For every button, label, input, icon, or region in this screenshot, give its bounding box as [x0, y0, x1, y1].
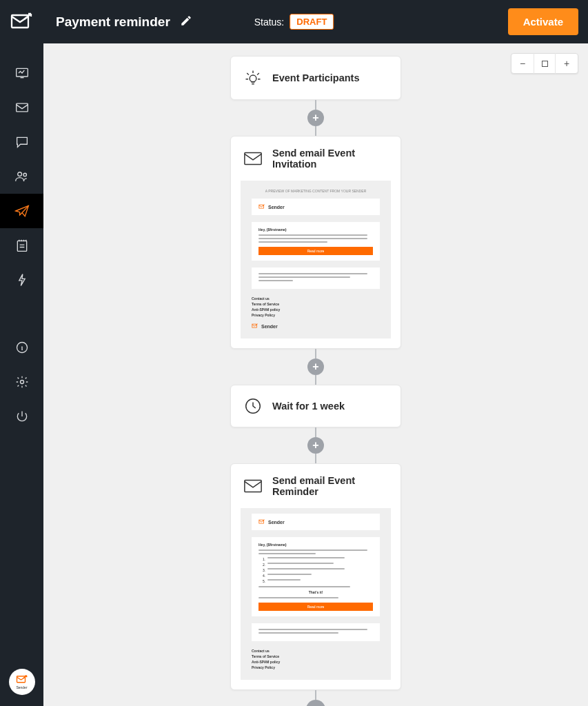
- svg-rect-5: [17, 241, 26, 251]
- status-badge: DRAFT: [290, 14, 334, 30]
- sender-badge-label: Sender: [16, 685, 27, 689]
- clock-icon: [243, 396, 263, 416]
- sidebar: Sender: [0, 43, 43, 706]
- sidebar-item-chat[interactable]: [0, 125, 43, 159]
- connector: [315, 375, 316, 385]
- add-step-button[interactable]: +: [307, 110, 324, 126]
- connector: [315, 126, 316, 136]
- svg-point-4: [23, 173, 26, 176]
- status-area: Status: DRAFT: [254, 14, 334, 30]
- node-title: Event Participants: [272, 72, 360, 83]
- svg-rect-2: [16, 103, 28, 112]
- page-title: Payment reminder: [56, 14, 170, 30]
- zoom-fit-button[interactable]: [534, 53, 556, 74]
- node-title: Send email Event Reminder: [272, 475, 388, 497]
- app-logo[interactable]: [0, 0, 43, 43]
- envelope-icon: [243, 151, 263, 166]
- sidebar-item-bolt[interactable]: [0, 263, 43, 297]
- flow-node-wait[interactable]: Wait for 1 week: [230, 385, 401, 427]
- sidebar-item-people[interactable]: [0, 159, 43, 194]
- sidebar-item-automation[interactable]: [0, 194, 43, 228]
- flow-node-trigger[interactable]: Event Participants: [230, 56, 401, 100]
- zoom-in-button[interactable]: +: [556, 53, 578, 74]
- connector: [315, 349, 316, 359]
- email-preview: Sender Hey, {$firstname} 1. 2. 3. 4. 5. …: [241, 508, 391, 680]
- sidebar-item-mail[interactable]: [0, 90, 43, 125]
- sidebar-item-notes[interactable]: [0, 228, 43, 263]
- add-step-button[interactable]: +: [307, 359, 324, 375]
- activate-button[interactable]: Activate: [508, 8, 578, 35]
- flow-node-email-invitation[interactable]: Send email Event Invitation A PREVIEW OF…: [230, 136, 401, 349]
- connector: [315, 690, 316, 700]
- zoom-control: − +: [511, 53, 578, 74]
- top-bar: Payment reminder Status: DRAFT Activate: [0, 0, 588, 43]
- node-title: Send email Event Invitation: [272, 148, 388, 170]
- svg-rect-10: [245, 153, 261, 165]
- add-step-button[interactable]: +: [307, 437, 324, 454]
- node-title: Wait for 1 week: [272, 401, 345, 412]
- svg-point-9: [250, 75, 256, 82]
- flow-canvas[interactable]: − + Event Participants +: [43, 43, 588, 706]
- email-preview: A PREVIEW OF MARKETING CONTENT FROM YOUR…: [241, 181, 391, 339]
- lightbulb-icon: [243, 68, 263, 88]
- connector: [315, 454, 316, 463]
- svg-point-3: [17, 172, 21, 176]
- sidebar-item-info[interactable]: [0, 330, 43, 365]
- connector: [315, 427, 316, 437]
- connector: [315, 100, 316, 110]
- sender-badge[interactable]: Sender: [9, 669, 35, 695]
- flow-node-email-reminder[interactable]: Send email Event Reminder Sender Hey, {$…: [230, 463, 401, 690]
- sidebar-item-power[interactable]: [0, 399, 43, 434]
- envelope-icon: [243, 478, 263, 494]
- add-step-button[interactable]: +: [306, 700, 325, 706]
- status-label: Status:: [254, 17, 285, 28]
- zoom-out-button[interactable]: −: [511, 53, 534, 74]
- sidebar-item-settings[interactable]: [0, 365, 43, 399]
- svg-point-7: [20, 381, 23, 384]
- edit-title-icon[interactable]: [180, 14, 192, 30]
- svg-rect-14: [245, 481, 261, 492]
- sidebar-item-dashboard[interactable]: [0, 56, 43, 90]
